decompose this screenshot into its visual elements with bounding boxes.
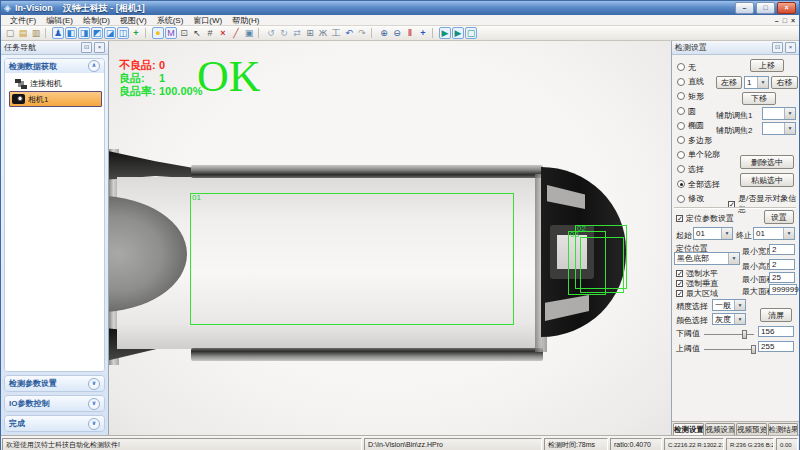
stop-icon[interactable]: ▢ bbox=[465, 27, 477, 39]
move-up-button[interactable]: 上移 bbox=[750, 59, 784, 72]
menu-item[interactable]: 视图(V) bbox=[115, 15, 152, 26]
chevron-down-icon[interactable]: ▼ bbox=[728, 253, 739, 264]
data-acquisition-header[interactable]: 检测数据获取 ∧ bbox=[5, 59, 104, 73]
precision-select[interactable]: 一般 ▼ bbox=[712, 299, 746, 311]
panel-tab[interactable]: 检测设置 bbox=[673, 423, 704, 435]
low-threshold-slider[interactable] bbox=[704, 334, 754, 335]
roi-rectangle-04[interactable] bbox=[580, 237, 624, 293]
save-project-icon[interactable]: ▥ bbox=[30, 27, 42, 39]
layout-split-icon[interactable]: ◫ bbox=[117, 27, 129, 39]
pin-icon[interactable]: ⊡ bbox=[81, 42, 92, 53]
panel-tab[interactable]: 检测结果 bbox=[768, 423, 799, 435]
pin-icon[interactable]: ⊡ bbox=[772, 42, 783, 53]
grab-icon[interactable]: + bbox=[130, 27, 142, 39]
image-viewer[interactable]: 01 02 03 不良品: 0 良品: 1 良品率: bbox=[109, 41, 671, 435]
chevron-down-icon[interactable]: ▼ bbox=[721, 228, 732, 239]
panel-tab[interactable]: 视频预览 bbox=[736, 423, 767, 435]
chevron-down-icon[interactable]: ▼ bbox=[757, 77, 768, 88]
redo-icon[interactable]: ↷ bbox=[356, 27, 368, 39]
minimize-icon[interactable]: – bbox=[735, 2, 754, 14]
menu-item[interactable]: 系统(S) bbox=[152, 15, 189, 26]
rotate-left-icon[interactable]: ↺ bbox=[265, 27, 277, 39]
chevron-down-icon[interactable]: ▼ bbox=[734, 300, 745, 310]
radio-option[interactable]: 无 bbox=[677, 60, 720, 75]
pen-icon[interactable]: ╱ bbox=[230, 27, 242, 39]
roi-rectangle-01[interactable]: 01 bbox=[190, 193, 514, 325]
chevron-down-icon[interactable]: ▼ bbox=[783, 228, 794, 239]
restore-icon[interactable]: □ bbox=[756, 2, 775, 14]
collapsed-section[interactable]: 完成 ∨ bbox=[4, 415, 105, 432]
radio-option[interactable]: 选择 bbox=[677, 162, 720, 177]
menu-item[interactable]: 绘制(D) bbox=[78, 15, 115, 26]
image-icon[interactable]: ▣ bbox=[243, 27, 255, 39]
new-file-icon[interactable]: ▢ bbox=[4, 27, 16, 39]
collapsed-section[interactable]: IO参数控制 ∨ bbox=[4, 395, 105, 412]
mdi-close-icon[interactable]: × bbox=[791, 16, 795, 25]
measure-icon[interactable]: Ⅱ bbox=[404, 27, 416, 39]
menu-item[interactable]: 编辑(E) bbox=[41, 15, 78, 26]
focus1-select[interactable]: ▼ bbox=[762, 107, 796, 120]
focus2-select[interactable]: ▼ bbox=[762, 122, 796, 135]
connect-camera-item[interactable]: 连接相机 bbox=[13, 76, 102, 91]
delete-selected-button[interactable]: 删除选中 bbox=[740, 155, 794, 169]
mdi-restore-icon[interactable]: □ bbox=[783, 16, 787, 25]
start-select[interactable]: 01 ▼ bbox=[693, 227, 733, 240]
min-height-input[interactable]: 2 bbox=[769, 259, 795, 270]
locate-params-checkbox[interactable]: ✓ 定位参数设置 bbox=[676, 213, 734, 224]
clear-screen-button[interactable]: 清屏 bbox=[760, 308, 792, 322]
settings-button[interactable]: 设置 bbox=[764, 210, 794, 224]
end-select[interactable]: 01 ▼ bbox=[753, 227, 795, 240]
radio-option[interactable]: 直线 bbox=[677, 75, 720, 90]
run-icon[interactable]: ▶ bbox=[439, 27, 451, 39]
max-region-checkbox[interactable]: ✓ 最大区域 bbox=[676, 288, 718, 299]
menu-item[interactable]: 文件(F) bbox=[5, 15, 41, 26]
chevron-down-icon[interactable]: ▼ bbox=[784, 108, 795, 119]
panel-tab[interactable]: 视频设置 bbox=[705, 423, 736, 435]
paste-selected-button[interactable]: 粘贴选中 bbox=[740, 173, 794, 187]
zoom-out-icon[interactable]: ⊖ bbox=[391, 27, 403, 39]
mdi-minimize-icon[interactable]: – bbox=[775, 16, 779, 25]
step-icon[interactable]: ▶ bbox=[452, 27, 464, 39]
move-right-button[interactable]: 右移 bbox=[771, 76, 798, 89]
chevron-down-icon[interactable]: ▼ bbox=[784, 123, 795, 134]
frame-icon[interactable]: ⊞ bbox=[304, 27, 316, 39]
radio-option[interactable]: 椭圆 bbox=[677, 118, 720, 133]
collapse-icon[interactable]: ∧ bbox=[88, 60, 100, 72]
radio-option[interactable]: 修改 bbox=[677, 191, 720, 206]
open-folder-icon[interactable]: ▤ bbox=[17, 27, 29, 39]
move-down-button[interactable]: 下移 bbox=[742, 92, 776, 105]
radio-option[interactable]: 全部选择 bbox=[677, 177, 720, 192]
layout-right-icon[interactable]: ◨ bbox=[78, 27, 90, 39]
expand-icon[interactable]: ∨ bbox=[88, 378, 100, 390]
slider-thumb[interactable] bbox=[742, 330, 747, 339]
undo-icon[interactable]: ↶ bbox=[343, 27, 355, 39]
menu-item[interactable]: 窗口(W) bbox=[188, 15, 227, 26]
light-icon[interactable]: ● bbox=[152, 27, 164, 39]
rotate-right-icon[interactable]: ↻ bbox=[278, 27, 290, 39]
expand-icon[interactable]: ∨ bbox=[88, 398, 100, 410]
max-area-input[interactable]: 999999 bbox=[769, 284, 797, 295]
layout-corner2-icon[interactable]: ◪ bbox=[104, 27, 116, 39]
locate-pos-select[interactable]: 黑色底部 ▼ bbox=[674, 252, 740, 265]
slider-thumb[interactable] bbox=[751, 345, 756, 354]
low-threshold-input[interactable]: 156 bbox=[758, 326, 794, 337]
chevron-down-icon[interactable]: ▼ bbox=[734, 314, 745, 324]
panel-close-icon[interactable]: × bbox=[94, 42, 105, 53]
move-left-button[interactable]: 左移 bbox=[716, 76, 742, 89]
radio-option[interactable]: 多边形 bbox=[677, 133, 720, 148]
layout-left-icon[interactable]: ◧ bbox=[65, 27, 77, 39]
display-icon[interactable]: ⊡ bbox=[178, 27, 190, 39]
user-icon[interactable]: ♟ bbox=[52, 27, 64, 39]
title-bar[interactable]: ◈ In-Vision 汉特士科技 - [相机1] – □ × bbox=[1, 1, 799, 15]
panel-close-icon[interactable]: × bbox=[785, 42, 796, 53]
radio-option[interactable]: 单个轮廓 bbox=[677, 148, 720, 163]
high-threshold-input[interactable]: 255 bbox=[758, 341, 794, 352]
pointer-icon[interactable]: ↖ bbox=[191, 27, 203, 39]
radio-option[interactable]: 圆 bbox=[677, 104, 720, 119]
expand-icon[interactable]: ∨ bbox=[88, 418, 100, 430]
color-select[interactable]: 灰度 ▼ bbox=[712, 313, 746, 325]
collapsed-section[interactable]: 检测参数设置 ∨ bbox=[4, 375, 105, 392]
layout-corner-icon[interactable]: ◩ bbox=[91, 27, 103, 39]
min-area-input[interactable]: 25 bbox=[769, 272, 795, 283]
menu-item[interactable]: 帮助(H) bbox=[227, 15, 264, 26]
